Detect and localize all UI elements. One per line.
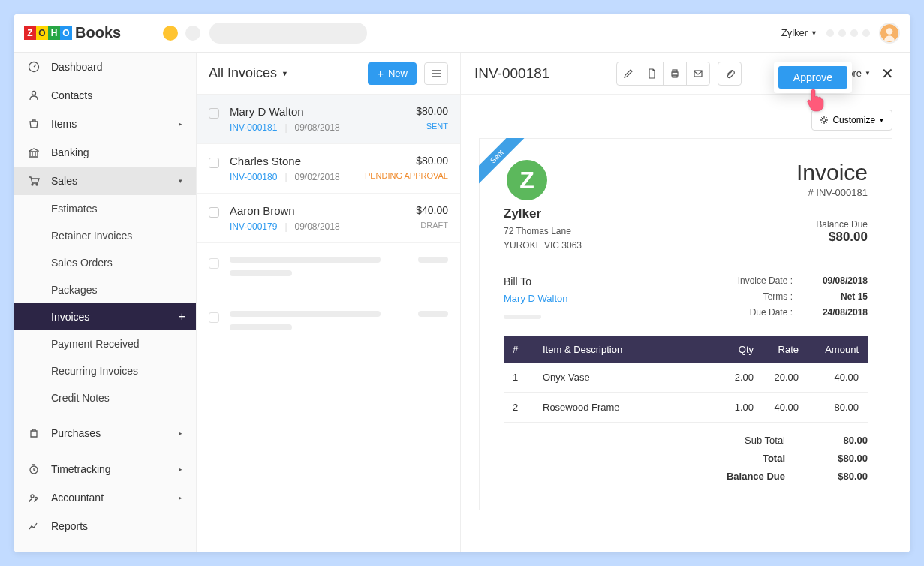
banking-icon bbox=[27, 146, 41, 159]
plus-icon: + bbox=[377, 67, 384, 80]
list-title-dropdown[interactable]: All Invoices ▼ bbox=[209, 65, 288, 81]
sidebar: Dashboard Contacts Items ▸ Banking Sales… bbox=[14, 53, 197, 552]
org-switcher[interactable]: Zylker ▼ bbox=[781, 27, 817, 38]
approve-button[interactable]: Approve bbox=[778, 66, 847, 89]
items-icon bbox=[27, 117, 41, 131]
invoice-date: 09/02/2018 bbox=[295, 172, 340, 182]
invoice-number: INV-000181 bbox=[230, 122, 277, 133]
email-button[interactable] bbox=[686, 62, 710, 86]
line-items-table: # Item & Description Qty Rate Amount 1 O… bbox=[504, 336, 868, 423]
invoice-row[interactable]: Aaron Brown INV-000179|09/08/2018 $40.00… bbox=[197, 194, 460, 243]
sidebar-item-sales[interactable]: Sales ▾ bbox=[14, 167, 196, 195]
sidebar-sub-sales-orders[interactable]: Sales Orders bbox=[14, 249, 196, 276]
contacts-icon bbox=[27, 89, 41, 102]
sidebar-item-purchases[interactable]: Purchases ▸ bbox=[14, 419, 196, 447]
sidebar-sub-retainer-invoices[interactable]: Retainer Invoices bbox=[14, 222, 196, 249]
invoice-amount: $80.00 bbox=[416, 105, 448, 117]
attachment-button[interactable] bbox=[718, 62, 742, 86]
row-checkbox[interactable] bbox=[209, 158, 219, 168]
status-badge: DRAFT bbox=[416, 221, 448, 230]
sidebar-sub-invoices[interactable]: Invoices+ bbox=[14, 303, 196, 330]
new-button[interactable]: + New bbox=[368, 62, 417, 85]
invoice-date: 09/08/2018 bbox=[295, 221, 340, 232]
customize-button[interactable]: Customize ▼ bbox=[811, 110, 892, 131]
status-badge: SENT bbox=[416, 122, 448, 131]
gear-icon bbox=[820, 116, 829, 125]
sidebar-item-dashboard[interactable]: Dashboard bbox=[14, 53, 196, 81]
edit-button[interactable] bbox=[616, 62, 640, 86]
chevron-right-icon: ▸ bbox=[179, 465, 182, 473]
pencil-icon bbox=[623, 68, 634, 79]
sidebar-sub-packages[interactable]: Packages bbox=[14, 276, 196, 303]
sidebar-sub-payment-received[interactable]: Payment Received bbox=[14, 330, 196, 357]
customer-name: Aaron Brown bbox=[230, 204, 405, 217]
caret-down-icon: ▼ bbox=[865, 70, 871, 77]
document-title: Invoice bbox=[796, 160, 868, 185]
dashboard-icon bbox=[27, 60, 41, 74]
col-qty: Qty bbox=[718, 336, 763, 363]
caret-down-icon: ▾ bbox=[179, 177, 182, 185]
avatar[interactable] bbox=[879, 23, 900, 44]
zoho-logo-icon: ZOHO bbox=[24, 26, 72, 40]
chevron-right-icon: ▸ bbox=[179, 120, 182, 128]
print-button[interactable] bbox=[663, 62, 687, 86]
company-name: Zylker bbox=[504, 206, 582, 221]
invoice-document: Sent Z Zylker 72 Thomas Lane YUROKE VIC … bbox=[479, 138, 892, 510]
timetracking-icon bbox=[27, 462, 41, 476]
svg-rect-8 bbox=[673, 70, 677, 72]
topbar: ZOHO Books Zylker ▼ bbox=[14, 14, 910, 53]
sales-icon bbox=[27, 174, 41, 188]
sidebar-item-accountant[interactable]: Accountant ▸ bbox=[14, 483, 196, 512]
list-menu-button[interactable] bbox=[424, 62, 448, 85]
reports-icon bbox=[27, 519, 41, 533]
plus-icon[interactable]: + bbox=[179, 310, 185, 324]
company-address-line1: 72 Thomas Lane bbox=[504, 224, 582, 239]
invoice-list-panel: All Invoices ▼ + New Mary D Walton INV-0… bbox=[197, 53, 461, 552]
col-amount: Amount bbox=[808, 336, 868, 363]
invoice-row[interactable]: Mary D Walton INV-000181|09/08/2018 $80.… bbox=[197, 95, 460, 144]
sidebar-sub-recurring-invoices[interactable]: Recurring Invoices bbox=[14, 357, 196, 384]
sidebar-item-timetracking[interactable]: Timetracking ▸ bbox=[14, 455, 196, 483]
sidebar-item-banking[interactable]: Banking bbox=[14, 138, 196, 167]
balance-due-label: Balance Due bbox=[796, 219, 868, 230]
sidebar-item-items[interactable]: Items ▸ bbox=[14, 110, 196, 138]
invoice-number: INV-000179 bbox=[230, 221, 277, 232]
invoice-detail-panel: INV-000181 More▼ ✕ Approve bbox=[461, 53, 910, 552]
col-rate: Rate bbox=[763, 336, 808, 363]
logo[interactable]: ZOHO Books bbox=[24, 24, 121, 41]
search-input[interactable] bbox=[209, 23, 367, 44]
table-row: 2 Rosewood Frame 1.00 40.00 80.00 bbox=[504, 393, 868, 423]
app-window: ZOHO Books Zylker ▼ Dashboard Contacts bbox=[14, 14, 910, 552]
sidebar-item-contacts[interactable]: Contacts bbox=[14, 81, 196, 110]
close-button[interactable]: ✕ bbox=[878, 62, 897, 86]
svg-point-6 bbox=[35, 498, 38, 500]
sidebar-sub-credit-notes[interactable]: Credit Notes bbox=[14, 384, 196, 411]
org-name: Zylker bbox=[781, 27, 808, 38]
company-address-line2: YUROKE VIC 3063 bbox=[504, 239, 582, 253]
col-number: # bbox=[504, 336, 534, 363]
customer-name: Charles Stone bbox=[230, 155, 354, 167]
row-checkbox[interactable] bbox=[209, 108, 219, 119]
list-item bbox=[197, 297, 460, 351]
bill-to-customer-link[interactable]: Mary D Walton bbox=[504, 293, 567, 304]
invoice-number: INV-000180 bbox=[230, 172, 277, 182]
svg-point-1 bbox=[32, 92, 36, 95]
status-badge: PENDING APPROVAL bbox=[365, 171, 448, 180]
list-header: All Invoices ▼ + New bbox=[197, 53, 460, 95]
invoice-row[interactable]: Charles Stone INV-000180|09/02/2018 $80.… bbox=[197, 144, 460, 194]
table-row: 1 Onyx Vase 2.00 20.00 40.00 bbox=[504, 363, 868, 393]
topbar-actions-placeholder bbox=[826, 29, 870, 37]
svg-point-5 bbox=[31, 495, 34, 498]
row-checkbox[interactable] bbox=[209, 207, 219, 218]
sidebar-item-reports[interactable]: Reports bbox=[14, 512, 196, 540]
accountant-icon bbox=[27, 491, 41, 504]
sidebar-sub-estimates[interactable]: Estimates bbox=[14, 195, 196, 222]
email-icon bbox=[693, 68, 703, 79]
bill-to-label: Bill To bbox=[504, 275, 567, 288]
col-description: Item & Description bbox=[534, 336, 718, 363]
pdf-button[interactable] bbox=[640, 62, 664, 86]
svg-point-2 bbox=[32, 184, 33, 185]
document-area: Customize ▼ Sent Z Zylker 72 Thomas Lane… bbox=[461, 95, 910, 552]
menu-icon bbox=[431, 69, 441, 78]
action-icon-group bbox=[616, 62, 710, 86]
